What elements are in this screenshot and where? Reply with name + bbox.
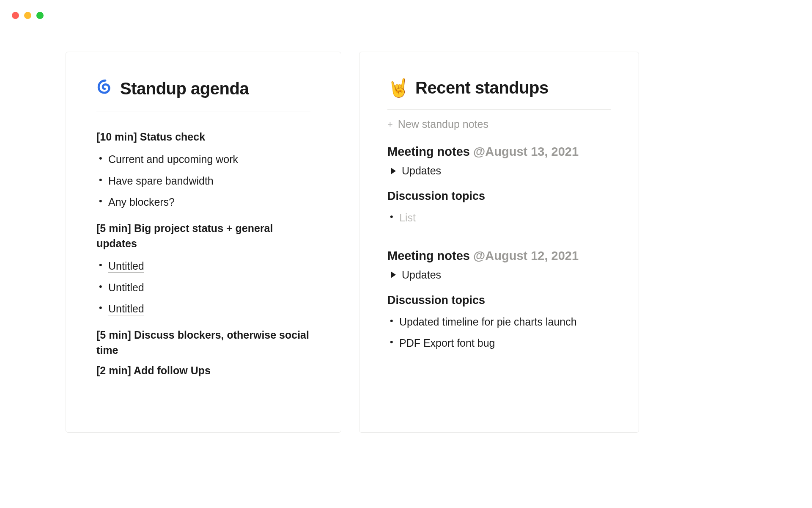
horns-icon: 🤘 — [387, 79, 409, 97]
meeting-notes-heading: Meeting notes @August 12, 2021 — [387, 249, 611, 263]
toggle-arrow-icon — [391, 168, 396, 174]
spiral-icon — [96, 78, 114, 99]
agenda-bullet-list: Current and upcoming work Have spare ban… — [96, 149, 310, 213]
meeting-title-text: Meeting notes — [387, 249, 470, 262]
meeting-date[interactable]: @August 13, 2021 — [473, 145, 579, 158]
list-item: Untitled — [108, 277, 310, 298]
new-standup-button[interactable]: + New standup notes — [387, 118, 611, 130]
discussion-topics-heading: Discussion topics — [387, 294, 611, 307]
recent-title: Recent standups — [415, 78, 549, 97]
agenda-title: Standup agenda — [120, 79, 249, 98]
toggle-label: Updates — [402, 165, 441, 177]
meeting-date[interactable]: @August 12, 2021 — [473, 249, 579, 262]
list-item: Updated timeline for pie charts launch — [399, 311, 611, 333]
recent-card: 🤘 Recent standups + New standup notes Me… — [359, 52, 639, 433]
list-item: Untitled — [108, 298, 310, 320]
discussion-list: Updated timeline for pie charts launch P… — [387, 311, 611, 354]
list-placeholder[interactable]: List — [399, 212, 416, 224]
recent-header: 🤘 Recent standups — [387, 78, 611, 110]
page-link[interactable]: Untitled — [108, 303, 144, 315]
agenda-section-heading: [5 min] Big project status + general upd… — [96, 221, 310, 251]
toggle-label: Updates — [402, 269, 441, 281]
discussion-list: List — [387, 207, 611, 229]
meeting-notes-heading: Meeting notes @August 13, 2021 — [387, 145, 611, 159]
agenda-header: Standup agenda — [96, 78, 310, 111]
meeting-title-text: Meeting notes — [387, 145, 470, 158]
agenda-section-heading: [2 min] Add follow Ups — [96, 363, 310, 378]
page-link[interactable]: Untitled — [108, 282, 144, 294]
list-item: PDF Export font bug — [399, 332, 611, 354]
agenda-section-heading: [10 min] Status check — [96, 129, 310, 144]
updates-toggle[interactable]: Updates — [387, 269, 611, 281]
maximize-window-button[interactable] — [36, 12, 44, 19]
discussion-topics-heading: Discussion topics — [387, 190, 611, 203]
agenda-bullet-list: Untitled Untitled Untitled — [96, 255, 310, 320]
list-item: Any blockers? — [108, 191, 310, 213]
updates-toggle[interactable]: Updates — [387, 165, 611, 177]
list-item: List — [399, 207, 611, 229]
new-standup-label: New standup notes — [398, 118, 488, 130]
list-item: Have spare bandwidth — [108, 170, 310, 192]
page-link[interactable]: Untitled — [108, 260, 144, 273]
list-item: Current and upcoming work — [108, 149, 310, 170]
toggle-arrow-icon — [391, 271, 396, 278]
minimize-window-button[interactable] — [24, 12, 31, 19]
list-item: Untitled — [108, 255, 310, 277]
agenda-section-heading: [5 min] Discuss blockers, otherwise soci… — [96, 327, 310, 358]
agenda-card: Standup agenda [10 min] Status check Cur… — [66, 52, 341, 433]
close-window-button[interactable] — [12, 12, 19, 19]
agenda-body: [10 min] Status check Current and upcomi… — [96, 129, 310, 378]
plus-icon: + — [387, 119, 393, 130]
workspace: Standup agenda [10 min] Status check Cur… — [66, 52, 639, 433]
window-controls — [12, 12, 44, 19]
